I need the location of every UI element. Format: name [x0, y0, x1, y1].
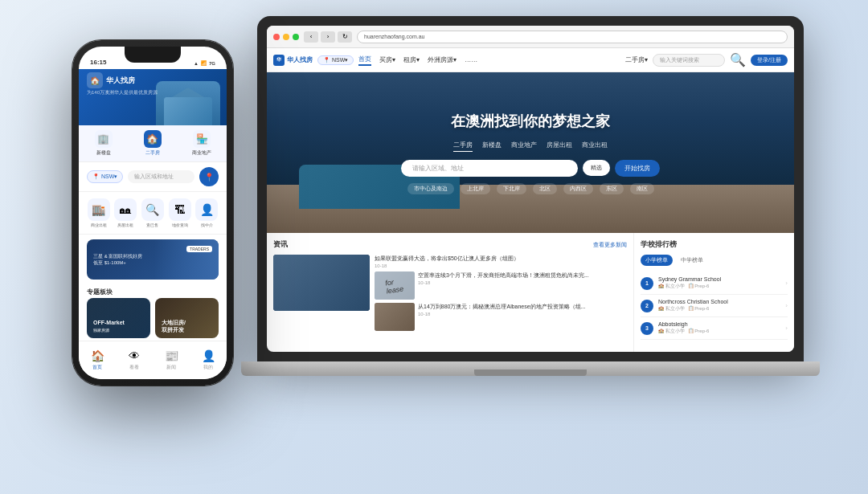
school-info-2: Northcross Christian School 🏫 私立小学 📋 Pre…: [658, 299, 780, 312]
app-logo-text: 华人找房: [106, 76, 135, 86]
website-header: 华 华人找房 📍 NSW▾ 首页 买房▾ 租房▾ 外洲房源▾ …… 二手房▾ 输…: [267, 48, 794, 72]
battery-icon: 7G: [209, 61, 215, 66]
news-more-link[interactable]: 查看更多新闻: [593, 241, 627, 249]
hero-tab-commercial[interactable]: 商业地产: [511, 141, 537, 152]
app-nav-news[interactable]: 📰 新闻: [153, 341, 190, 379]
news-main-image: [273, 255, 370, 311]
quick-sold[interactable]: 🔍 查已售: [141, 198, 165, 227]
close-dot[interactable]: [273, 34, 280, 40]
app-special-label: 专题板块: [79, 284, 227, 298]
app-map-button[interactable]: 📍: [199, 167, 219, 186]
hero-tab-commercial-rent[interactable]: 商业出租: [582, 141, 608, 152]
quick-link-east[interactable]: 东区: [600, 183, 624, 194]
hero-tab-house-rent[interactable]: 房屋出租: [547, 141, 572, 152]
header-search[interactable]: 输入关键词搜索: [653, 54, 725, 67]
hero-tab-new[interactable]: 新楼盘: [482, 141, 502, 152]
refresh-button[interactable]: ↻: [338, 31, 352, 43]
news-grid: 如果联盟党赢得大选，将拿出$50亿让澳人更多房（组图） 10-18 forlea…: [273, 255, 627, 331]
quick-agent[interactable]: 👤 找中介: [194, 198, 219, 227]
hero-search-input[interactable]: 请输入区域、地址: [401, 160, 578, 177]
news-section-header: 资讯 查看更多新闻: [273, 239, 627, 250]
nav-news-icon: 📰: [165, 349, 178, 362]
hero-filter-button[interactable]: 精选: [583, 160, 610, 176]
app-quick-icons: 🏬 商业出租 🏘 房屋出租 🔍 查已售 🏗 地价查询 👤 找中介: [79, 192, 227, 235]
app-cat-commercial[interactable]: 🏪 商业地产: [178, 127, 227, 160]
house-rent-label: 房屋出租: [117, 223, 133, 227]
news-item-main[interactable]: 如果联盟党赢得大选，将拿出$50亿让澳人更多房（组图） 10-18: [375, 255, 627, 268]
minimize-dot[interactable]: [283, 34, 289, 40]
map-icon: 📍: [204, 173, 214, 182]
quick-commercial-rent[interactable]: 🏬 商业出租: [87, 198, 111, 227]
app-banner[interactable]: 三星 & 富国联邦找好房低至 $1-100M+ TRADERS: [87, 239, 219, 280]
news-date-2: 10-18: [418, 312, 627, 316]
nav-news-label: 新闻: [166, 364, 176, 371]
nav-buy[interactable]: 买房▾: [379, 55, 395, 64]
news-thumb-1: forlease: [375, 271, 415, 300]
news-item-2[interactable]: 从14万到880万澳元：揭秘澳洲总理Albanese的地产投资策略（组... 1…: [375, 303, 627, 331]
app-bottom-nav: 🏠 首页 👁 看看 📰 新闻 👤 我的: [79, 341, 227, 379]
browser-url-bar[interactable]: huarenzhaofang.com.au: [357, 31, 788, 43]
school-item-3[interactable]: 3 Abbotsleigh 🏫 私立小学 📋 Prep-6 ›: [641, 317, 788, 340]
school-item-1[interactable]: 1 Sydney Grammar School 🏫 私立小学 📋 Prep-6 …: [641, 272, 788, 295]
hero-tab-secondhand[interactable]: 二手房: [453, 141, 473, 152]
quick-link-upper-north[interactable]: 上北岸: [461, 183, 490, 194]
back-button[interactable]: ‹: [304, 31, 318, 43]
app-logo-icon: 🏠: [87, 72, 103, 88]
app-search-input[interactable]: 输入区域和地址: [128, 170, 194, 183]
app-cat-secondhand[interactable]: 🏠 二手房: [128, 127, 177, 160]
land-dev-label: 大地旧房/双拼开发: [162, 319, 186, 333]
fullscreen-dot[interactable]: [293, 34, 299, 40]
quick-link-inner-west[interactable]: 内西区: [563, 183, 593, 194]
main-news-date: 10-18: [375, 263, 627, 268]
app-subtitle: 为140万澳洲华人提供最优质房源: [87, 89, 219, 96]
special-block-offmarket[interactable]: OFF-Market独家房源: [87, 298, 150, 338]
forward-button[interactable]: ›: [321, 31, 335, 43]
tab-primary-school[interactable]: 小学榜单: [641, 255, 673, 266]
app-category-tabs: 🏢 新楼盘 🏠 二手房 🏪 商业地产: [79, 125, 227, 162]
tab-middle-school[interactable]: 中学榜单: [676, 255, 708, 266]
phone-time: 16:15: [90, 59, 106, 66]
quick-link-center[interactable]: 市中心及南边: [407, 183, 454, 194]
nav-more[interactable]: ……: [465, 56, 477, 63]
sold-label: 查已售: [146, 223, 158, 227]
school-item-2[interactable]: 2 Northcross Christian School 🏫 私立小学 📋 P…: [641, 295, 788, 317]
school-rank-3: 3: [641, 322, 653, 335]
hero-search-bar: 请输入区域、地址 精选 开始找房: [401, 160, 660, 177]
nav-profile-label: 我的: [203, 364, 213, 371]
hero-start-button[interactable]: 开始找房: [615, 160, 660, 177]
school-name-1: Sydney Grammar School: [658, 276, 780, 282]
app-nav-profile[interactable]: 👤 我的: [190, 341, 227, 379]
nav-second-hand[interactable]: 二手房▾: [625, 55, 648, 64]
nav-overseas[interactable]: 外洲房源▾: [428, 55, 457, 64]
location-selector[interactable]: 📍 NSW▾: [317, 55, 354, 65]
news-item-1[interactable]: forlease 空置率连续3个月下滑，开发商拒绝高端市场！澳洲租赁危机尚未完.…: [375, 271, 627, 300]
phone-inner: 16:15 ▲ 📶 7G 🏠 华人找房 为140万澳洲华人提供最优质房源: [79, 47, 227, 379]
secondhand-label: 二手房: [145, 149, 160, 157]
phone-outer: 16:15 ▲ 📶 7G 🏠 华人找房 为140万澳洲华人提供最优质房源: [72, 40, 233, 386]
quick-house-rent[interactable]: 🏘 房屋出租: [114, 198, 138, 227]
url-text: huarenzhaofang.com.au: [364, 34, 425, 39]
nav-rent[interactable]: 租房▾: [403, 55, 420, 64]
nav-browse-icon: 👁: [129, 349, 140, 362]
app-location-button[interactable]: 📍 NSW▾: [87, 170, 123, 183]
browser-nav: ‹ › ↻: [304, 31, 352, 43]
logo-icon: 华: [273, 55, 285, 66]
quick-land[interactable]: 🏗 地价查询: [168, 198, 192, 227]
signal-icon: 📶: [201, 60, 207, 66]
nav-home-label: 首页: [92, 364, 102, 371]
app-cat-new-housing[interactable]: 🏢 新楼盘: [79, 127, 128, 160]
school-rank-1: 1: [641, 277, 653, 290]
search-icon[interactable]: 🔍: [730, 52, 746, 67]
nav-home[interactable]: 首页: [358, 55, 371, 66]
quick-link-lower-north[interactable]: 下北岸: [497, 183, 526, 194]
land-label: 地价查询: [172, 223, 188, 227]
quick-link-south[interactable]: 南区: [630, 183, 654, 194]
website-content: 资讯 查看更多新闻 如果联盟党: [267, 233, 794, 352]
app-logo-row: 🏠 华人找房: [87, 72, 219, 88]
login-button[interactable]: 登录/注册: [751, 55, 788, 66]
special-block-land[interactable]: 大地旧房/双拼开发: [155, 298, 219, 338]
app-nav-home[interactable]: 🏠 首页: [79, 341, 116, 379]
quick-link-north[interactable]: 北区: [533, 183, 557, 194]
new-housing-icon: 🏢: [95, 130, 113, 148]
app-nav-browse[interactable]: 👁 看看: [116, 341, 153, 379]
